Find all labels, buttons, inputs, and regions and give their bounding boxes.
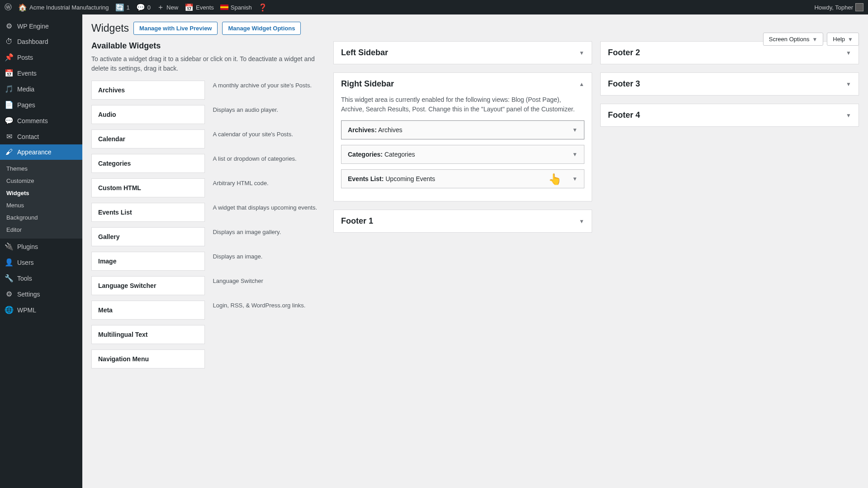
submenu-item-background[interactable]: Background xyxy=(0,211,82,224)
widget-instance[interactable]: Events List: Upcoming Events▼ xyxy=(341,169,584,188)
widget-instance[interactable]: Archives: Archives▼ xyxy=(341,120,584,139)
menu-item-users[interactable]: 👤Users xyxy=(0,254,82,270)
widget-events-list[interactable]: Events List xyxy=(91,203,205,222)
menu-item-media[interactable]: 🎵Media xyxy=(0,81,82,97)
widget-area-footer-1: Footer 1▼ xyxy=(333,210,592,233)
admin-bar: ⓦ 🏠Acme Industrial Manufacturing 🔄1 💬0 ＋… xyxy=(0,0,868,14)
submenu-item-widgets[interactable]: Widgets xyxy=(0,187,82,199)
new-link[interactable]: ＋New xyxy=(157,3,178,12)
widget-meta[interactable]: Meta xyxy=(91,301,205,320)
menu-icon: 🎵 xyxy=(5,85,14,93)
widget-desc: Login, RSS, & WordPress.org links. xyxy=(211,301,325,320)
chevron-down-icon: ▼ xyxy=(579,218,584,225)
menu-item-tools[interactable]: 🔧Tools xyxy=(0,270,82,286)
chevron-down-icon: ▼ xyxy=(848,36,853,43)
page-title: Widgets xyxy=(91,22,129,34)
menu-item-appearance[interactable]: 🖌Appearance xyxy=(0,144,82,160)
widget-custom-html[interactable]: Custom HTML xyxy=(91,178,205,197)
wp-logo-icon[interactable]: ⓦ xyxy=(5,3,12,12)
chevron-up-icon: ▲ xyxy=(579,81,584,87)
widget-desc: A monthly archive of your site's Posts. xyxy=(211,81,325,100)
chevron-down-icon: ▼ xyxy=(572,127,578,133)
widget-desc: Displays an audio player. xyxy=(211,105,325,124)
events-link[interactable]: 📅Events xyxy=(185,3,214,12)
comments-link[interactable]: 💬0 xyxy=(136,3,151,12)
widget-audio[interactable]: Audio xyxy=(91,105,205,124)
widget-categories[interactable]: Categories xyxy=(91,154,205,173)
widget-desc: Displays an image gallery. xyxy=(211,227,325,246)
widget-area-header[interactable]: Footer 1▼ xyxy=(334,210,592,232)
admin-sidebar: ⚙WP Engine⏱Dashboard📌Posts📅Events🎵Media📄… xyxy=(0,14,82,488)
available-widgets-heading: Available Widgets xyxy=(91,41,324,51)
submenu-item-menus[interactable]: Menus xyxy=(0,199,82,211)
widget-archives[interactable]: Archives xyxy=(91,81,205,100)
manage-widget-options-button[interactable]: Manage Widget Options xyxy=(222,22,301,35)
widget-area-footer-3: Footer 3▼ xyxy=(600,72,859,96)
menu-item-comments[interactable]: 💬Comments xyxy=(0,113,82,129)
widget-area-footer-4: Footer 4▼ xyxy=(600,104,859,127)
submenu-item-editor[interactable]: Editor xyxy=(0,224,82,236)
menu-icon: ⏱ xyxy=(5,38,14,46)
menu-icon: 🖌 xyxy=(5,148,14,156)
widget-desc: Arbitrary HTML code. xyxy=(211,178,325,197)
chevron-down-icon: ▼ xyxy=(846,81,851,87)
menu-icon: 👤 xyxy=(5,258,14,267)
widget-desc: A calendar of your site's Posts. xyxy=(211,129,325,148)
widget-desc xyxy=(211,325,325,344)
help-icon[interactable]: ❓ xyxy=(258,3,267,12)
avatar xyxy=(855,3,863,11)
help-button[interactable]: Help▼ xyxy=(827,33,859,46)
chevron-down-icon: ▼ xyxy=(812,36,817,43)
menu-icon: 💬 xyxy=(5,116,14,125)
widget-calendar[interactable]: Calendar xyxy=(91,129,205,148)
menu-item-plugins[interactable]: 🔌Plugins xyxy=(0,239,82,254)
widget-multilingual-text[interactable]: Multilingual Text xyxy=(91,325,205,344)
submenu-item-customize[interactable]: Customize xyxy=(0,175,82,187)
chevron-down-icon: ▼ xyxy=(846,112,851,119)
flag-es-icon xyxy=(220,5,228,10)
menu-icon: 🔌 xyxy=(5,242,14,251)
available-widgets-desc: To activate a widget drag it to a sideba… xyxy=(91,54,324,73)
widget-area-header[interactable]: Footer 3▼ xyxy=(601,73,859,95)
updates-link[interactable]: 🔄1 xyxy=(115,3,130,12)
menu-icon: ⚙ xyxy=(5,22,14,30)
widget-instance[interactable]: Categories: Categories▼ xyxy=(341,145,584,164)
menu-icon: 📅 xyxy=(5,69,14,77)
menu-item-wp-engine[interactable]: ⚙WP Engine xyxy=(0,18,82,34)
language-link[interactable]: Spanish xyxy=(220,4,252,11)
menu-item-settings[interactable]: ⚙Settings xyxy=(0,286,82,302)
site-link[interactable]: 🏠Acme Industrial Manufacturing xyxy=(18,3,109,12)
manage-live-preview-button[interactable]: Manage with Live Preview xyxy=(133,22,218,35)
widget-navigation-menu[interactable]: Navigation Menu xyxy=(91,349,205,368)
menu-item-events[interactable]: 📅Events xyxy=(0,65,82,81)
menu-icon: ✉ xyxy=(5,132,14,141)
submenu-item-themes[interactable]: Themes xyxy=(0,163,82,175)
widget-area-header[interactable]: Left Sidebar▼ xyxy=(334,42,592,64)
menu-item-posts[interactable]: 📌Posts xyxy=(0,49,82,65)
menu-item-wpml[interactable]: 🌐WPML xyxy=(0,302,82,318)
menu-icon: 🔧 xyxy=(5,274,14,282)
widget-desc: A list or dropdown of categories. xyxy=(211,154,325,173)
account-link[interactable]: Howdy, Topher xyxy=(814,3,863,11)
chevron-down-icon: ▼ xyxy=(579,50,584,56)
widget-area-header[interactable]: Footer 4▼ xyxy=(601,104,859,126)
menu-item-pages[interactable]: 📄Pages xyxy=(0,97,82,113)
chevron-down-icon: ▼ xyxy=(572,176,578,182)
menu-icon: 📄 xyxy=(5,100,14,109)
menu-icon: 🌐 xyxy=(5,306,14,314)
widget-gallery[interactable]: Gallery xyxy=(91,227,205,246)
widget-desc: Language Switcher xyxy=(211,276,325,295)
widget-area-right-sidebar: Right Sidebar▲This widget area is curren… xyxy=(333,72,592,201)
widget-language-switcher[interactable]: Language Switcher xyxy=(91,276,205,295)
widget-desc: Displays an image. xyxy=(211,252,325,271)
menu-icon: 📌 xyxy=(5,53,14,62)
menu-item-dashboard[interactable]: ⏱Dashboard xyxy=(0,34,82,49)
widget-area-left-sidebar: Left Sidebar▼ xyxy=(333,41,592,64)
widget-area-header[interactable]: Right Sidebar▲ xyxy=(334,73,592,95)
screen-options-button[interactable]: Screen Options▼ xyxy=(763,33,824,46)
menu-item-contact[interactable]: ✉Contact xyxy=(0,129,82,144)
widget-image[interactable]: Image xyxy=(91,252,205,271)
chevron-down-icon: ▼ xyxy=(846,50,851,56)
widget-desc: A widget that displays upcoming events. xyxy=(211,203,325,222)
widget-area-desc: This widget area is currently enabled fo… xyxy=(341,95,584,114)
